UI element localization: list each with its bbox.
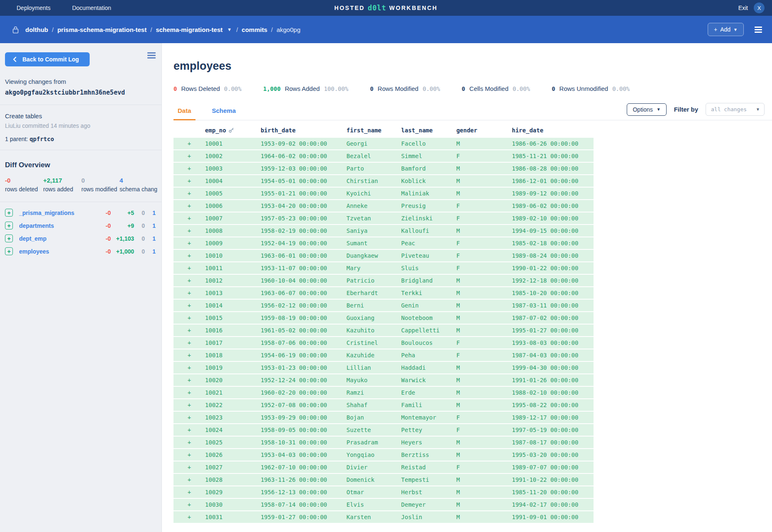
cell: 1958-02-19 00:00:00 [261,225,347,237]
cell: 10016 [205,324,261,337]
row-added-marker[interactable]: + [173,324,205,337]
row-added-marker[interactable]: + [173,187,205,200]
diff-table-list-item: +departments-0+901 [5,219,156,232]
row-added-marker[interactable]: + [173,374,205,386]
add-button[interactable]: + Add ▼ [708,23,744,36]
cell: M [456,187,512,200]
hosted-dolt-workbench-logo: HOSTED d0lt WORKBENCH [335,4,438,12]
cell: 1997-05-19 00:00:00 [512,424,594,436]
breadcrumb-segment[interactable]: prisma-schema-migration-test [57,26,147,33]
commit-message: Create tables [5,112,156,120]
breadcrumb-bar: dolthub/prisma-schema-migration-test/sch… [0,16,772,43]
row-added-marker[interactable]: + [173,249,205,262]
row-added-marker[interactable]: + [173,312,205,324]
row-added-marker[interactable]: + [173,200,205,212]
row-added-marker[interactable]: + [173,424,205,436]
breadcrumb-segment[interactable]: schema-migration-test [156,26,222,33]
row-added-marker[interactable]: + [173,299,205,312]
nav-link-deployments[interactable]: Deployments [17,5,51,11]
cell: 1999-04-30 00:00:00 [512,361,594,374]
table-link-departments[interactable]: departments [19,222,54,229]
table-row: +100221952-07-08 00:00:00ShahafFamiliM19… [173,399,594,411]
breadcrumb: dolthub/prisma-schema-migration-test/sch… [25,26,300,33]
options-button[interactable]: Options ▼ [627,103,666,116]
row-added-marker[interactable]: + [173,436,205,449]
stat-label: rows deleted [5,186,43,193]
row-added-marker[interactable]: + [173,162,205,175]
cell: F [456,212,512,225]
cell: 10005 [205,187,261,200]
cell: Haddadi [401,361,457,374]
breadcrumb-segment[interactable]: akgo0pg [276,26,300,33]
diff-stat-segment: 0Rows Deleted0.00% [173,85,242,92]
close-icon[interactable]: X [754,2,765,13]
breadcrumb-segment[interactable]: commits [242,26,267,33]
row-added-marker[interactable]: + [173,150,205,162]
chevron-down-icon[interactable]: ▼ [227,27,232,32]
cell: Pettey [401,424,457,436]
diff-overview-stat: 4schema chang [120,177,158,193]
row-added-marker[interactable]: + [173,486,205,498]
table-row: +100141956-02-12 00:00:00BerniGeninM1987… [173,299,594,312]
cell: M [456,324,512,337]
cell: Suzette [347,424,401,436]
table-row: +100011953-09-02 00:00:00GeorgiFacelloM1… [173,138,594,150]
row-added-marker[interactable]: + [173,449,205,461]
schema-changed-count: 1 [151,235,156,242]
row-added-marker[interactable]: + [173,237,205,249]
cell: 1987-03-11 00:00:00 [512,299,594,312]
menu-icon[interactable] [755,27,762,33]
cell: 10019 [205,361,261,374]
logo-hosted: HOSTED [335,5,365,11]
row-added-marker[interactable]: + [173,225,205,237]
row-added-marker[interactable]: + [173,349,205,361]
stat-number: 0 [173,85,177,92]
table-row: +100111953-11-07 00:00:00MarySluisF1990-… [173,262,594,274]
table-link-employees[interactable]: employees [19,248,49,255]
back-to-commit-log-button[interactable]: Back to Commit Log [5,52,90,66]
cell: Mayuko [347,374,401,386]
stat-percent: 100.00% [324,85,348,92]
cell: Saniya [347,225,401,237]
table-link-dept_emp[interactable]: dept_emp [19,235,46,242]
row-added-marker[interactable]: + [173,274,205,287]
cell: 1959-08-19 00:00:00 [261,312,347,324]
sidebar-menu-icon[interactable] [147,52,156,59]
breadcrumb-segment[interactable]: dolthub [25,26,48,33]
table-link-_prisma_migrations[interactable]: _prisma_migrations [19,210,74,216]
chevron-left-icon [12,56,17,62]
filter-select[interactable]: all changes ▼ [706,103,765,116]
row-added-marker[interactable]: + [173,511,205,523]
tab-data[interactable]: Data [173,105,195,120]
stat-label: Rows Added [285,85,320,92]
row-added-marker[interactable]: + [173,411,205,424]
row-added-marker[interactable]: + [173,473,205,486]
cell: Berni [347,299,401,312]
exit-link[interactable]: Exit [738,5,748,11]
cell: M [456,287,512,299]
lock-icon [12,26,19,34]
row-added-marker[interactable]: + [173,461,205,473]
table-diff-counts: -0+901 [100,222,156,229]
row-added-marker[interactable]: + [173,337,205,349]
row-added-marker[interactable]: + [173,212,205,225]
row-added-marker[interactable]: + [173,287,205,299]
cell: Nooteboom [401,312,457,324]
row-added-marker[interactable]: + [173,175,205,187]
table-row: +100051955-01-21 00:00:00KyoichiMaliniak… [173,187,594,200]
row-added-marker[interactable]: + [173,399,205,411]
row-added-marker[interactable]: + [173,498,205,511]
tab-schema[interactable]: Schema [208,105,240,120]
nav-link-documentation[interactable]: Documentation [72,5,111,11]
diff-overview-stats: -0rows deleted+2,117rows added0rows modi… [0,169,161,193]
cell: 1963-06-01 00:00:00 [261,249,347,262]
stat-label: rows added [43,186,81,193]
cell: Kazuhito [347,324,401,337]
row-added-marker[interactable]: + [173,361,205,374]
cell: M [456,498,512,511]
row-added-marker[interactable]: + [173,262,205,274]
cell: F [456,262,512,274]
row-added-marker[interactable]: + [173,138,205,150]
cell: Patricio [347,274,401,287]
row-added-marker[interactable]: + [173,386,205,399]
